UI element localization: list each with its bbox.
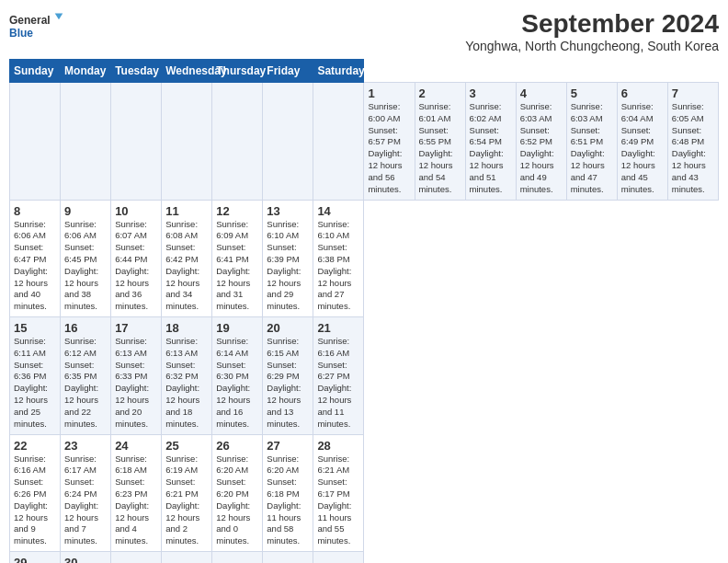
cell-info: Sunrise: 6:21 AMSunset: 6:17 PMDaylight:… (317, 454, 359, 548)
cell-info: Sunrise: 6:13 AMSunset: 6:32 PMDaylight:… (165, 336, 208, 431)
cell-info: Sunrise: 6:02 AMSunset: 6:54 PMDaylight:… (470, 101, 512, 196)
calendar-cell: 24 Sunrise: 6:18 AMSunset: 6:23 PMDaylig… (111, 434, 162, 552)
header-tuesday: Tuesday (111, 60, 162, 83)
calendar-cell (111, 83, 162, 201)
svg-text:General: General (9, 14, 51, 27)
calendar-cell: 10 Sunrise: 6:07 AMSunset: 6:44 PMDaylig… (111, 200, 162, 317)
calendar-cell: 8 Sunrise: 6:06 AMSunset: 6:47 PMDayligh… (10, 200, 61, 317)
calendar-cell (212, 83, 263, 201)
cell-info: Sunrise: 6:00 AMSunset: 6:57 PMDaylight:… (368, 101, 410, 196)
day-number: 2 (419, 86, 461, 100)
day-number: 14 (317, 204, 359, 218)
calendar-cell (313, 552, 364, 564)
cell-info: Sunrise: 6:06 AMSunset: 6:47 PMDaylight:… (14, 219, 56, 314)
cell-info: Sunrise: 6:10 AMSunset: 6:38 PMDaylight:… (317, 219, 359, 314)
header-row: Sunday Monday Tuesday Wednesday Thursday… (10, 60, 719, 83)
day-number: 4 (520, 86, 563, 100)
calendar-body: 1 Sunrise: 6:00 AMSunset: 6:57 PMDayligh… (10, 83, 719, 564)
header-friday: Friday (263, 60, 313, 83)
page-header: General Blue September 2024 Yonghwa, Nor… (9, 9, 719, 53)
calendar-cell (61, 83, 111, 201)
calendar-week-row: 22 Sunrise: 6:16 AMSunset: 6:26 PMDaylig… (10, 434, 719, 552)
calendar-cell: 4 Sunrise: 6:03 AMSunset: 6:52 PMDayligh… (516, 83, 566, 201)
header-sunday: Sunday (10, 60, 61, 83)
day-number: 24 (115, 439, 157, 453)
calendar-cell: 27 Sunrise: 6:20 AMSunset: 6:18 PMDaylig… (263, 434, 313, 552)
logo-svg: General Blue (9, 9, 64, 44)
calendar-cell: 15 Sunrise: 6:11 AMSunset: 6:36 PMDaylig… (10, 317, 61, 435)
cell-info: Sunrise: 6:09 AMSunset: 6:41 PMDaylight:… (216, 219, 258, 314)
calendar-cell: 30 Sunrise: 6:23 AMSunset: 6:14 PMDaylig… (61, 552, 111, 564)
calendar-cell: 23 Sunrise: 6:17 AMSunset: 6:24 PMDaylig… (61, 434, 111, 552)
calendar-cell: 25 Sunrise: 6:19 AMSunset: 6:21 PMDaylig… (162, 434, 212, 552)
day-number: 12 (216, 204, 258, 218)
calendar-week-row: 29 Sunrise: 6:22 AMSunset: 6:16 PMDaylig… (10, 552, 719, 564)
cell-info: Sunrise: 6:03 AMSunset: 6:52 PMDaylight:… (520, 101, 563, 196)
day-number: 15 (14, 321, 56, 335)
cell-info: Sunrise: 6:12 AMSunset: 6:35 PMDaylight:… (64, 336, 107, 431)
calendar-cell: 11 Sunrise: 6:08 AMSunset: 6:42 PMDaylig… (162, 200, 212, 317)
day-number: 23 (64, 439, 107, 453)
month-year: September 2024 (465, 9, 719, 39)
day-number: 29 (14, 556, 56, 563)
calendar-cell (111, 552, 162, 564)
calendar-cell (162, 83, 212, 201)
cell-info: Sunrise: 6:16 AMSunset: 6:27 PMDaylight:… (317, 336, 359, 431)
calendar-cell: 6 Sunrise: 6:04 AMSunset: 6:49 PMDayligh… (617, 83, 667, 201)
calendar-cell: 20 Sunrise: 6:15 AMSunset: 6:29 PMDaylig… (263, 317, 313, 435)
calendar-cell (313, 83, 364, 201)
cell-info: Sunrise: 6:10 AMSunset: 6:39 PMDaylight:… (267, 219, 309, 314)
day-number: 22 (14, 439, 56, 453)
day-number: 13 (267, 204, 309, 218)
day-number: 16 (64, 321, 107, 335)
day-number: 26 (216, 439, 258, 453)
day-number: 3 (470, 86, 512, 100)
day-number: 7 (672, 86, 714, 100)
calendar-cell: 28 Sunrise: 6:21 AMSunset: 6:17 PMDaylig… (313, 434, 364, 552)
day-number: 20 (267, 321, 309, 335)
day-number: 11 (165, 204, 208, 218)
cell-info: Sunrise: 6:15 AMSunset: 6:29 PMDaylight:… (267, 336, 309, 431)
location: Yonghwa, North Chungcheong, South Korea (465, 39, 719, 53)
day-number: 1 (368, 86, 410, 100)
svg-marker-2 (55, 13, 63, 19)
cell-info: Sunrise: 6:17 AMSunset: 6:24 PMDaylight:… (64, 454, 107, 548)
cell-info: Sunrise: 6:04 AMSunset: 6:49 PMDaylight:… (621, 101, 664, 196)
logo: General Blue (9, 9, 64, 44)
cell-info: Sunrise: 6:07 AMSunset: 6:44 PMDaylight:… (115, 219, 157, 314)
cell-info: Sunrise: 6:08 AMSunset: 6:42 PMDaylight:… (165, 219, 208, 314)
header-wednesday: Wednesday (162, 60, 212, 83)
cell-info: Sunrise: 6:03 AMSunset: 6:51 PMDaylight:… (571, 101, 613, 196)
cell-info: Sunrise: 6:20 AMSunset: 6:18 PMDaylight:… (267, 454, 309, 548)
calendar-cell: 14 Sunrise: 6:10 AMSunset: 6:38 PMDaylig… (313, 200, 364, 317)
cell-info: Sunrise: 6:18 AMSunset: 6:23 PMDaylight:… (115, 454, 157, 548)
calendar-cell: 2 Sunrise: 6:01 AMSunset: 6:55 PMDayligh… (415, 83, 465, 201)
cell-info: Sunrise: 6:20 AMSunset: 6:20 PMDaylight:… (216, 454, 258, 548)
day-number: 27 (267, 439, 309, 453)
calendar-cell: 1 Sunrise: 6:00 AMSunset: 6:57 PMDayligh… (364, 83, 415, 201)
calendar-cell: 29 Sunrise: 6:22 AMSunset: 6:16 PMDaylig… (10, 552, 61, 564)
calendar-cell: 7 Sunrise: 6:05 AMSunset: 6:48 PMDayligh… (667, 83, 718, 201)
day-number: 10 (115, 204, 157, 218)
day-number: 30 (64, 556, 107, 563)
day-number: 28 (317, 439, 359, 453)
header-saturday: Saturday (313, 60, 364, 83)
calendar-cell: 26 Sunrise: 6:20 AMSunset: 6:20 PMDaylig… (212, 434, 263, 552)
calendar-cell: 13 Sunrise: 6:10 AMSunset: 6:39 PMDaylig… (263, 200, 313, 317)
calendar-table: Sunday Monday Tuesday Wednesday Thursday… (9, 59, 719, 563)
day-number: 21 (317, 321, 359, 335)
day-number: 8 (14, 204, 56, 218)
calendar-cell: 22 Sunrise: 6:16 AMSunset: 6:26 PMDaylig… (10, 434, 61, 552)
day-number: 19 (216, 321, 258, 335)
calendar-cell (212, 552, 263, 564)
calendar-week-row: 15 Sunrise: 6:11 AMSunset: 6:36 PMDaylig… (10, 317, 719, 435)
calendar-cell: 5 Sunrise: 6:03 AMSunset: 6:51 PMDayligh… (566, 83, 617, 201)
cell-info: Sunrise: 6:05 AMSunset: 6:48 PMDaylight:… (672, 101, 714, 196)
day-number: 9 (64, 204, 107, 218)
calendar-cell: 3 Sunrise: 6:02 AMSunset: 6:54 PMDayligh… (465, 83, 516, 201)
calendar-cell (263, 552, 313, 564)
cell-info: Sunrise: 6:13 AMSunset: 6:33 PMDaylight:… (115, 336, 157, 431)
header-monday: Monday (61, 60, 111, 83)
cell-info: Sunrise: 6:06 AMSunset: 6:45 PMDaylight:… (64, 219, 107, 314)
calendar-week-row: 8 Sunrise: 6:06 AMSunset: 6:47 PMDayligh… (10, 200, 719, 317)
